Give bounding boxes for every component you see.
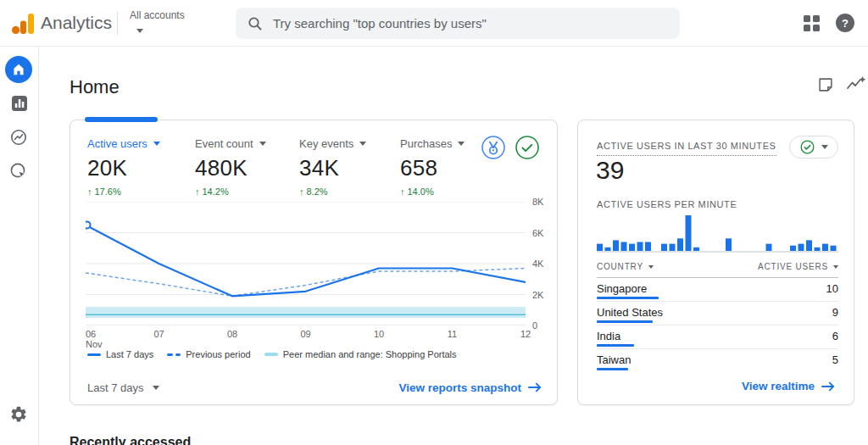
bar-chart-icon [12, 96, 27, 111]
up-arrow-icon [87, 186, 95, 197]
account-switcher-label: All accounts [130, 9, 185, 21]
band-swatch-icon [264, 353, 278, 356]
sidebar [0, 47, 39, 445]
country-bar [597, 320, 653, 323]
chevron-down-icon [821, 145, 828, 149]
metric-label: Event count [195, 137, 253, 150]
country-name: Taiwan [597, 353, 631, 366]
legend-previous-period: Previous period [167, 349, 250, 359]
overview-card: Active users 20K 17.6% Event count 480K … [70, 120, 558, 405]
table-row[interactable]: Taiwan 5 [597, 349, 838, 373]
apps-grid-icon[interactable] [804, 15, 820, 31]
realtime-country-table: COUNTRY ACTIVE USERS Singapore 10 United… [597, 261, 838, 373]
divider [117, 12, 118, 35]
search-input[interactable] [273, 16, 668, 31]
insights-button[interactable] [846, 75, 866, 97]
arrow-right-icon [821, 381, 835, 392]
metric-value: 480K [195, 155, 266, 181]
date-range-selector[interactable]: Last 7 days [87, 381, 159, 394]
column-header-active-users[interactable]: ACTIVE USERS [758, 262, 838, 271]
country-name: United States [597, 306, 663, 319]
metric-delta: 17.6% [95, 186, 121, 197]
dashed-line-swatch-icon [167, 353, 181, 356]
metric-value: 34K [299, 155, 366, 181]
insights-sparkline-icon [846, 75, 866, 94]
gear-icon [9, 405, 28, 424]
table-row[interactable]: Singapore 10 [597, 278, 838, 302]
metric-purchases[interactable]: Purchases 658 14.0% [400, 137, 465, 197]
search-bar[interactable] [236, 8, 680, 39]
chevron-down-icon [153, 386, 159, 390]
top-bar: Analytics All accounts [0, 0, 868, 47]
chart-legend: Last 7 days Previous period Peer median … [87, 349, 457, 359]
metric-delta: 14.0% [408, 186, 434, 197]
trend-chart-x-axis: 06Nov070809101112 [86, 329, 526, 349]
search-icon [248, 16, 263, 31]
table-row[interactable]: India 6 [597, 325, 838, 349]
chevron-down-icon [153, 142, 160, 146]
data-quality-check-icon[interactable] [515, 135, 540, 160]
page-title: Home [70, 76, 120, 98]
google-analytics-logo-icon [12, 14, 35, 34]
column-header-country[interactable]: COUNTRY [597, 262, 654, 271]
legend-peer-band: Peer median and range: Shopping Portals [264, 349, 457, 359]
country-name: Singapore [597, 282, 647, 295]
trend-chart-y-axis: 8K6K4K2K0 [532, 202, 554, 325]
advertising-target-cursor-icon [10, 163, 27, 180]
chevron-down-icon [259, 142, 266, 146]
per-minute-label: ACTIVE USERS PER MINUTE [597, 199, 737, 209]
view-realtime-link[interactable]: View realtime [742, 380, 835, 392]
country-users: 9 [832, 306, 838, 319]
brand-name: Analytics [41, 13, 112, 33]
up-arrow-icon [400, 186, 408, 197]
sidebar-item-admin[interactable] [9, 405, 28, 427]
sort-caret-icon [833, 265, 838, 269]
trend-chart[interactable] [86, 202, 526, 325]
sort-caret-icon [648, 265, 654, 269]
table-row[interactable]: United States 9 [597, 302, 838, 325]
realtime-status-selector[interactable] [789, 136, 838, 159]
metric-value: 20K [87, 155, 160, 181]
solid-line-swatch-icon [87, 353, 101, 356]
active-tab-indicator [85, 117, 158, 122]
metric-label: Purchases [400, 137, 452, 150]
realtime-title: ACTIVE USERS IN LAST 30 MINUTES [597, 141, 776, 156]
metric-value: 658 [400, 155, 465, 181]
explore-trend-icon [10, 129, 27, 146]
metric-delta: 14.2% [203, 186, 229, 197]
analytics-home-screen: Analytics All accounts [0, 0, 868, 445]
sidebar-item-home[interactable] [5, 56, 32, 83]
home-icon [11, 62, 26, 77]
metric-delta: 8.2% [307, 186, 328, 197]
sidebar-item-explore[interactable] [10, 129, 27, 149]
country-users: 10 [826, 282, 838, 295]
active-users-30min-value: 39 [596, 156, 624, 185]
country-bar [597, 344, 634, 347]
view-reports-snapshot-link[interactable]: View reports snapshot [398, 381, 542, 394]
feedback-note-button[interactable] [816, 75, 835, 97]
chevron-down-icon [359, 142, 366, 146]
help-icon[interactable] [836, 14, 854, 32]
per-minute-bar-chart[interactable] [597, 214, 838, 253]
up-arrow-icon [299, 186, 307, 197]
metric-event-count[interactable]: Event count 480K 14.2% [195, 137, 266, 197]
arrow-right-icon [528, 381, 542, 393]
realtime-card: ACTIVE USERS IN LAST 30 MINUTES 39 ACTIV… [577, 120, 854, 405]
chevron-down-icon [136, 29, 143, 33]
metric-key-events[interactable]: Key events 34K 8.2% [299, 137, 366, 197]
country-bar [597, 297, 659, 299]
benchmarking-medal-icon[interactable] [481, 135, 506, 160]
account-switcher[interactable]: All accounts [130, 9, 185, 36]
metric-label: Active users [87, 137, 147, 150]
note-icon [816, 75, 835, 94]
green-check-circle-icon [800, 140, 815, 154]
metric-label: Key events [299, 137, 353, 150]
chevron-down-icon [458, 142, 465, 146]
sidebar-item-reports[interactable] [12, 96, 27, 114]
country-users: 5 [832, 353, 838, 366]
country-users: 6 [832, 330, 838, 342]
metric-active-users[interactable]: Active users 20K 17.6% [87, 137, 160, 197]
legend-last-7-days: Last 7 days [87, 349, 153, 359]
recently-accessed-heading: Recently accessed [70, 435, 191, 445]
sidebar-item-advertising[interactable] [10, 163, 27, 183]
